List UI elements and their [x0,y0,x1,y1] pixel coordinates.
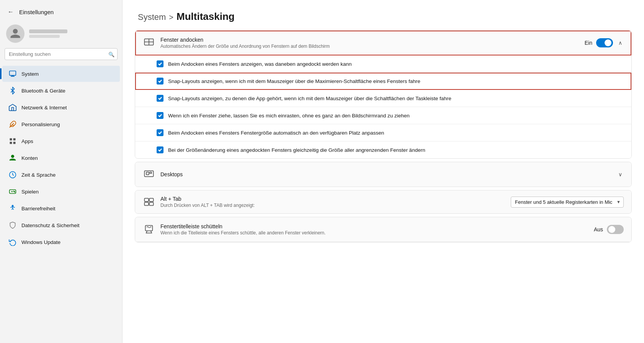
back-button[interactable]: ← [6,7,15,17]
alttab-icon [143,196,155,208]
sidebar-item-label-gaming: Spielen [21,189,39,195]
sidebar-item-network[interactable]: Netzwerk & Internet [2,99,120,115]
checkbox-row-2: Snap-Layouts anzeigen, wenn ich mit dem … [135,73,631,90]
checkbox-row-6: Bei der Größenänderung eines angedockten… [135,141,631,158]
checkbox-5[interactable] [157,129,163,136]
checkbox-row-3: Snap-Layouts anzeigen, zu denen die App … [135,90,631,107]
breadcrumb-separator: > [169,13,173,22]
sidebar-item-update[interactable]: Windows Update [2,234,120,250]
desktops-icon [143,168,155,180]
fenster-andocken-chevron[interactable]: ∧ [617,39,624,47]
fenster-andocken-controls: Ein ∧ [585,38,624,47]
shake-toggle-label: Aus [594,226,603,232]
brush-icon [8,120,17,128]
fenster-andocken-section: Fenster andocken Automatisches Ändern de… [135,30,632,159]
search-input[interactable] [5,48,118,60]
desktops-chevron[interactable]: ∨ [617,171,624,178]
checkbox-label-6: Bei der Größenänderung eines angedockten… [168,147,425,153]
game-icon [8,187,17,196]
sidebar-item-accessibility[interactable]: Barrierefreiheit [2,200,120,216]
sidebar-item-label-system: System [21,71,39,77]
network-icon [8,103,17,112]
breadcrumb-system: System [138,12,166,22]
alttab-subtitle: Durch Drücken von ALT + TAB wird angezei… [160,203,505,208]
svg-point-15 [12,205,13,206]
fenster-andocken-title: Fenster andocken [160,37,579,43]
svg-rect-0 [10,71,16,76]
desktops-row[interactable]: Desktops ∨ [135,162,631,187]
checkbox-2[interactable] [157,78,163,85]
sidebar-item-time[interactable]: Zeit & Sprache [2,167,120,183]
alttab-title: Alt + Tab [160,196,505,202]
sidebar: ← Einstellungen 🔍 System Bluetooth & Ger… [0,0,123,343]
checkbox-label-1: Beim Andocken eines Fensters anzeigen, w… [168,61,352,67]
sidebar-item-bluetooth[interactable]: Bluetooth & Geräte [2,83,120,99]
apps-icon [8,137,17,145]
shake-icon [143,223,155,236]
shake-section: Fenstertitelleiste schütteln Wenn ich di… [135,217,632,242]
sidebar-item-personalization[interactable]: Personalisierung [2,116,120,132]
sidebar-item-label-personalization: Personalisierung [21,122,60,127]
sidebar-item-system[interactable]: System [2,66,120,82]
shake-toggle-thumb [608,226,615,233]
checkbox-label-3: Snap-Layouts anzeigen, zu denen die App … [168,96,451,101]
checkbox-3[interactable] [157,95,163,102]
sidebar-item-accounts[interactable]: Konten [2,150,120,166]
checkbox-4[interactable] [157,112,163,119]
search-icon: 🔍 [108,51,114,57]
svg-rect-2 [11,76,15,77]
sidebar-item-label-privacy: Datenschutz & Sicherheit [21,223,80,228]
sidebar-item-gaming[interactable]: Spielen [2,184,120,200]
checkbox-6[interactable] [157,146,163,153]
svg-rect-6 [13,138,16,141]
checkbox-1[interactable] [157,60,163,67]
sidebar-item-label-apps: Apps [21,138,33,144]
alttab-select[interactable]: Fenster und 5 aktuelle Registerkarten in… [511,197,624,208]
alttab-select-wrapper: Fenster und 5 aktuelle Registerkarten in… [511,197,624,208]
breadcrumb: System > Multitasking [123,0,644,30]
sidebar-item-label-accounts: Konten [21,155,38,161]
shake-title: Fenstertitelleiste schütteln [160,223,588,229]
shake-toggle[interactable] [607,225,624,234]
avatar [6,24,25,43]
user-info [29,29,67,38]
sidebar-item-privacy[interactable]: Datenschutz & Sicherheit [2,217,120,233]
breadcrumb-current: Multitasking [177,11,235,23]
svg-rect-21 [150,172,152,174]
checkbox-row-1: Beim Andocken eines Fensters anzeigen, w… [135,55,631,73]
monitor-icon [8,70,17,78]
desktops-section: Desktops ∨ [135,162,632,187]
svg-rect-1 [11,75,14,76]
svg-rect-7 [10,142,12,144]
accessibility-icon [8,204,17,213]
sidebar-item-label-update: Windows Update [21,239,60,245]
toggle-track [596,38,613,47]
desktops-controls: ∨ [617,171,624,178]
sidebar-item-apps[interactable]: Apps [2,133,120,149]
sidebar-item-label-time: Zeit & Sprache [21,172,56,178]
svg-rect-25 [149,202,154,205]
shake-subtitle: Wenn ich die Titelleiste eines Fensters … [160,230,588,236]
main-content: System > Multitasking Fenster andocken A… [123,0,644,343]
update-icon [8,238,17,246]
user-section [0,21,122,48]
checkbox-label-2: Snap-Layouts anzeigen, wenn ich mit dem … [168,78,420,84]
svg-rect-8 [13,142,16,144]
window-dock-icon [143,37,155,49]
fenster-andocken-toggle[interactable] [596,38,613,47]
desktops-title: Desktops [160,171,611,177]
sidebar-item-label-network: Netzwerk & Internet [21,105,67,111]
toggle-thumb [605,39,611,46]
user-name-bar [29,29,67,33]
shake-toggle-track [607,225,624,234]
svg-rect-26 [145,226,153,231]
shield-icon [8,221,17,229]
fenster-andocken-toggle-label: Ein [585,40,592,46]
fenster-andocken-subtitle: Automatisches Ändern der Größe und Anord… [160,44,579,49]
checkbox-row-4: Wenn ich ein Fenster ziehe, lassen Sie e… [135,107,631,124]
checkbox-label-4: Wenn ich ein Fenster ziehe, lassen Sie e… [168,113,410,119]
checkbox-label-5: Beim Andocken eines Fensters Fenstergröß… [168,130,384,136]
clock-icon [8,171,17,179]
svg-rect-20 [146,172,149,175]
search-box: 🔍 [5,48,118,60]
